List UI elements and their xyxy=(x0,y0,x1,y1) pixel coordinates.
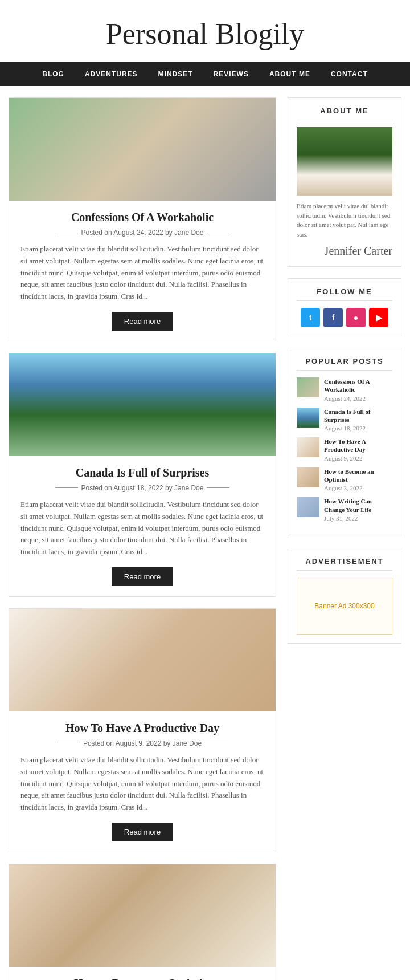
post-card-2: How To Have A Productive Day Posted on A… xyxy=(9,608,276,852)
follow-me-widget: FOLLOW ME t f ● ▶ xyxy=(288,278,401,336)
social-icons: t f ● ▶ xyxy=(297,308,392,327)
popular-post-info-2: How To Have A Productive Day August 9, 2… xyxy=(324,437,392,462)
post-excerpt-2: Etiam placerat velit vitae dui blandit s… xyxy=(20,754,264,814)
popular-post-title-4: How Writing Can Change Your Life xyxy=(324,497,392,514)
site-title: Personal Blogily xyxy=(11,17,399,51)
popular-post-info-4: How Writing Can Change Your Life July 31… xyxy=(324,497,392,522)
post-excerpt-0: Etiam placerat velit vitae dui blandit s… xyxy=(20,243,264,303)
post-card-3: How to Become an Optimist Posted on Augu… xyxy=(9,864,276,980)
popular-post-item-3[interactable]: How to Become an Optimist August 3, 2022 xyxy=(297,467,392,492)
follow-me-title: FOLLOW ME xyxy=(297,287,392,301)
popular-post-title-1: Canada Is Full of Surprises xyxy=(324,408,392,424)
popular-post-item-2[interactable]: How To Have A Productive Day August 9, 2… xyxy=(297,437,392,462)
facebook-icon[interactable]: f xyxy=(323,308,343,327)
popular-post-date-4: July 31, 2022 xyxy=(324,515,392,522)
popular-post-thumb-2 xyxy=(297,437,319,457)
ad-text: Banner Ad 300x300 xyxy=(314,602,374,610)
popular-post-title-0: Confessions Of A Workaholic xyxy=(324,377,392,394)
popular-post-thumb-3 xyxy=(297,467,319,487)
post-title-1: Canada Is Full of Surprises xyxy=(20,466,264,479)
about-me-title: ABOUT ME xyxy=(297,107,392,120)
nav-link-reviews[interactable]: REVIEWS xyxy=(203,62,259,86)
popular-post-title-2: How To Have A Productive Day xyxy=(324,437,392,454)
nav-link-mindset[interactable]: MINDSET xyxy=(148,62,203,86)
post-meta-2: Posted on August 9, 2022 by Jane Doe xyxy=(20,739,264,747)
read-more-button-1[interactable]: Read more xyxy=(112,567,173,586)
popular-post-item-1[interactable]: Canada Is Full of Surprises August 18, 2… xyxy=(297,408,392,432)
post-title-3: How to Become an Optimist xyxy=(20,977,264,980)
post-meta-1: Posted on August 18, 2022 by Jane Doe xyxy=(20,484,264,492)
popular-post-info-3: How to Become an Optimist August 3, 2022 xyxy=(324,467,392,492)
popular-posts-widget: POPULAR POSTS Confessions Of A Workaholi… xyxy=(288,348,401,536)
post-excerpt-1: Etiam placerat velit vitae dui blandit s… xyxy=(20,499,264,558)
about-me-text: Etiam placerat velit vitae dui blandit s… xyxy=(297,201,392,239)
post-card-1: Canada Is Full of Surprises Posted on Au… xyxy=(9,353,276,597)
post-title-2: How To Have A Productive Day xyxy=(20,722,264,735)
sidebar: ABOUT ME Etiam placerat velit vitae dui … xyxy=(288,97,401,980)
popular-post-thumb-1 xyxy=(297,408,319,428)
popular-post-date-3: August 3, 2022 xyxy=(324,485,392,491)
popular-post-title-3: How to Become an Optimist xyxy=(324,467,392,484)
nav-link-adventures[interactable]: ADVENTURES xyxy=(75,62,148,86)
popular-post-info-0: Confessions Of A Workaholic August 24, 2… xyxy=(324,377,392,402)
twitter-icon[interactable]: t xyxy=(301,308,320,327)
about-me-image xyxy=(297,127,392,196)
popular-post-info-1: Canada Is Full of Surprises August 18, 2… xyxy=(324,408,392,432)
read-more-button-2[interactable]: Read more xyxy=(112,823,173,841)
content-wrapper: Confessions Of A Workaholic Posted on Au… xyxy=(0,86,410,980)
post-image-0 xyxy=(9,98,276,201)
popular-post-thumb-4 xyxy=(297,497,319,517)
advertisement-widget: ADVERTISEMENT Banner Ad 300x300 xyxy=(288,548,401,644)
post-meta-0: Posted on August 24, 2022 by Jane Doe xyxy=(20,229,264,237)
read-more-button-0[interactable]: Read more xyxy=(112,312,173,331)
nav-link-blog[interactable]: BLOG xyxy=(32,62,75,86)
nav-link-about-me[interactable]: ABOUT ME xyxy=(259,62,321,86)
post-card-0: Confessions Of A Workaholic Posted on Au… xyxy=(9,97,276,341)
about-me-widget: ABOUT ME Etiam placerat velit vitae dui … xyxy=(288,97,401,267)
ad-box: Banner Ad 300x300 xyxy=(297,578,392,635)
post-title-0: Confessions Of A Workaholic xyxy=(20,211,264,224)
popular-posts-title: POPULAR POSTS xyxy=(297,357,392,371)
popular-post-date-1: August 18, 2022 xyxy=(324,425,392,432)
instagram-icon[interactable]: ● xyxy=(346,308,366,327)
ad-title: ADVERTISEMENT xyxy=(297,557,392,571)
main-content: Confessions Of A Workaholic Posted on Au… xyxy=(9,97,276,980)
main-nav: BLOGADVENTURESMINDSETREVIEWSABOUT MECONT… xyxy=(0,62,410,86)
post-image-3 xyxy=(9,864,276,967)
post-image-2 xyxy=(9,609,276,711)
popular-post-date-0: August 24, 2022 xyxy=(324,395,392,402)
popular-post-date-2: August 9, 2022 xyxy=(324,455,392,462)
popular-post-thumb-0 xyxy=(297,377,319,397)
popular-post-item-4[interactable]: How Writing Can Change Your Life July 31… xyxy=(297,497,392,522)
about-signature: Jennifer Carter xyxy=(297,245,392,258)
nav-link-contact[interactable]: CONTACT xyxy=(321,62,378,86)
youtube-icon[interactable]: ▶ xyxy=(369,308,388,327)
post-image-1 xyxy=(9,353,276,456)
site-header: Personal Blogily xyxy=(0,0,410,62)
popular-post-item-0[interactable]: Confessions Of A Workaholic August 24, 2… xyxy=(297,377,392,402)
